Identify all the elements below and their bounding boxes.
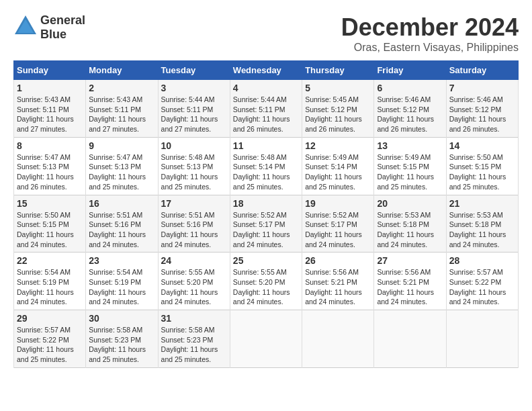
day-info: Sunrise: 5:43 AM Sunset: 5:11 PM Dayligh…: [89, 95, 154, 134]
calendar-cell: 7Sunrise: 5:46 AM Sunset: 5:12 PM Daylig…: [446, 80, 518, 138]
day-info: Sunrise: 5:52 AM Sunset: 5:17 PM Dayligh…: [305, 210, 371, 250]
calendar-week-4: 22Sunrise: 5:54 AM Sunset: 5:19 PM Dayli…: [14, 253, 519, 310]
day-number: 21: [449, 198, 515, 209]
day-info: Sunrise: 5:56 AM Sunset: 5:21 PM Dayligh…: [377, 267, 443, 307]
day-number: 19: [305, 198, 371, 209]
day-number: 13: [377, 140, 443, 151]
day-info: Sunrise: 5:48 AM Sunset: 5:14 PM Dayligh…: [233, 152, 299, 192]
calendar-cell: 23Sunrise: 5:54 AM Sunset: 5:19 PM Dayli…: [86, 253, 158, 310]
day-number: 29: [17, 313, 83, 324]
logo-line2: Blue: [40, 28, 85, 42]
day-info: Sunrise: 5:44 AM Sunset: 5:11 PM Dayligh…: [161, 95, 227, 134]
calendar-cell: 11Sunrise: 5:48 AM Sunset: 5:14 PM Dayli…: [230, 137, 302, 195]
calendar-cell: [374, 310, 446, 368]
month-title: December 2024: [341, 13, 519, 42]
calendar-cell: [446, 310, 518, 368]
day-info: Sunrise: 5:44 AM Sunset: 5:11 PM Dayligh…: [233, 95, 299, 134]
day-info: Sunrise: 5:51 AM Sunset: 5:16 PM Dayligh…: [89, 210, 154, 250]
day-info: Sunrise: 5:46 AM Sunset: 5:12 PM Dayligh…: [377, 95, 443, 134]
calendar-cell: 5Sunrise: 5:45 AM Sunset: 5:12 PM Daylig…: [302, 80, 374, 138]
logo-icon: [13, 14, 38, 38]
day-info: Sunrise: 5:49 AM Sunset: 5:14 PM Dayligh…: [305, 152, 371, 192]
logo-line1: General: [40, 13, 85, 28]
calendar-header-thursday: Thursday: [302, 61, 374, 80]
calendar-header-row: SundayMondayTuesdayWednesdayThursdayFrid…: [14, 61, 519, 80]
day-number: 20: [377, 198, 443, 209]
calendar-cell: 24Sunrise: 5:55 AM Sunset: 5:20 PM Dayli…: [158, 253, 230, 310]
calendar-cell: [230, 310, 302, 368]
calendar-cell: 19Sunrise: 5:52 AM Sunset: 5:17 PM Dayli…: [302, 195, 374, 253]
calendar-table: SundayMondayTuesdayWednesdayThursdayFrid…: [13, 60, 519, 368]
day-info: Sunrise: 5:51 AM Sunset: 5:16 PM Dayligh…: [161, 210, 227, 250]
day-number: 30: [89, 313, 154, 324]
day-number: 26: [305, 255, 371, 266]
calendar-cell: 9Sunrise: 5:47 AM Sunset: 5:13 PM Daylig…: [86, 137, 158, 195]
day-number: 24: [161, 255, 227, 266]
day-info: Sunrise: 5:55 AM Sunset: 5:20 PM Dayligh…: [233, 267, 299, 307]
calendar-week-2: 8Sunrise: 5:47 AM Sunset: 5:13 PM Daylig…: [14, 137, 519, 195]
day-info: Sunrise: 5:46 AM Sunset: 5:12 PM Dayligh…: [449, 95, 515, 134]
day-info: Sunrise: 5:45 AM Sunset: 5:12 PM Dayligh…: [305, 95, 371, 134]
calendar-cell: 27Sunrise: 5:56 AM Sunset: 5:21 PM Dayli…: [374, 253, 446, 310]
day-number: 15: [17, 198, 83, 209]
day-number: 12: [305, 140, 371, 151]
calendar-header-saturday: Saturday: [446, 61, 518, 80]
logo: General Blue: [13, 13, 85, 42]
day-number: 6: [377, 83, 443, 93]
calendar-cell: 14Sunrise: 5:50 AM Sunset: 5:15 PM Dayli…: [446, 137, 518, 195]
day-info: Sunrise: 5:52 AM Sunset: 5:17 PM Dayligh…: [233, 210, 299, 250]
day-number: 8: [17, 140, 83, 151]
calendar-cell: 6Sunrise: 5:46 AM Sunset: 5:12 PM Daylig…: [374, 80, 446, 138]
calendar-header-tuesday: Tuesday: [158, 61, 230, 80]
calendar-body: 1Sunrise: 5:43 AM Sunset: 5:11 PM Daylig…: [14, 80, 519, 368]
calendar-cell: [302, 310, 374, 368]
calendar-cell: 3Sunrise: 5:44 AM Sunset: 5:11 PM Daylig…: [158, 80, 230, 138]
day-info: Sunrise: 5:47 AM Sunset: 5:13 PM Dayligh…: [17, 152, 83, 192]
day-number: 17: [161, 198, 227, 209]
day-info: Sunrise: 5:48 AM Sunset: 5:13 PM Dayligh…: [161, 152, 227, 192]
calendar-cell: 22Sunrise: 5:54 AM Sunset: 5:19 PM Dayli…: [14, 253, 86, 310]
day-number: 1: [17, 83, 83, 93]
calendar-cell: 17Sunrise: 5:51 AM Sunset: 5:16 PM Dayli…: [158, 195, 230, 253]
calendar-cell: 1Sunrise: 5:43 AM Sunset: 5:11 PM Daylig…: [14, 80, 86, 138]
day-info: Sunrise: 5:54 AM Sunset: 5:19 PM Dayligh…: [17, 267, 83, 307]
day-number: 4: [233, 83, 299, 93]
day-number: 27: [377, 255, 443, 266]
day-info: Sunrise: 5:58 AM Sunset: 5:23 PM Dayligh…: [161, 325, 227, 365]
calendar-cell: 26Sunrise: 5:56 AM Sunset: 5:21 PM Dayli…: [302, 253, 374, 310]
day-info: Sunrise: 5:58 AM Sunset: 5:23 PM Dayligh…: [89, 325, 154, 365]
calendar-header-sunday: Sunday: [14, 61, 86, 80]
calendar-cell: 10Sunrise: 5:48 AM Sunset: 5:13 PM Dayli…: [158, 137, 230, 195]
calendar-cell: 4Sunrise: 5:44 AM Sunset: 5:11 PM Daylig…: [230, 80, 302, 138]
calendar-cell: 13Sunrise: 5:49 AM Sunset: 5:15 PM Dayli…: [374, 137, 446, 195]
day-number: 16: [89, 198, 154, 209]
day-info: Sunrise: 5:49 AM Sunset: 5:15 PM Dayligh…: [377, 152, 443, 192]
day-info: Sunrise: 5:55 AM Sunset: 5:20 PM Dayligh…: [161, 267, 227, 307]
calendar-cell: 8Sunrise: 5:47 AM Sunset: 5:13 PM Daylig…: [14, 137, 86, 195]
calendar-cell: 21Sunrise: 5:53 AM Sunset: 5:18 PM Dayli…: [446, 195, 518, 253]
day-number: 14: [449, 140, 515, 151]
calendar-cell: 28Sunrise: 5:57 AM Sunset: 5:22 PM Dayli…: [446, 253, 518, 310]
calendar-cell: 12Sunrise: 5:49 AM Sunset: 5:14 PM Dayli…: [302, 137, 374, 195]
day-number: 2: [89, 83, 154, 93]
calendar-cell: 2Sunrise: 5:43 AM Sunset: 5:11 PM Daylig…: [86, 80, 158, 138]
day-info: Sunrise: 5:53 AM Sunset: 5:18 PM Dayligh…: [377, 210, 443, 250]
calendar-header-wednesday: Wednesday: [230, 61, 302, 80]
day-info: Sunrise: 5:56 AM Sunset: 5:21 PM Dayligh…: [305, 267, 371, 307]
day-number: 31: [161, 313, 227, 324]
header: General Blue December 2024 Oras, Eastern…: [13, 13, 519, 54]
day-info: Sunrise: 5:47 AM Sunset: 5:13 PM Dayligh…: [89, 152, 154, 192]
day-number: 28: [449, 255, 515, 266]
day-info: Sunrise: 5:43 AM Sunset: 5:11 PM Dayligh…: [17, 95, 83, 134]
day-number: 5: [305, 83, 371, 93]
day-info: Sunrise: 5:50 AM Sunset: 5:15 PM Dayligh…: [17, 210, 83, 250]
calendar-week-3: 15Sunrise: 5:50 AM Sunset: 5:15 PM Dayli…: [14, 195, 519, 253]
calendar-header-friday: Friday: [374, 61, 446, 80]
calendar-cell: 30Sunrise: 5:58 AM Sunset: 5:23 PM Dayli…: [86, 310, 158, 368]
calendar-cell: 20Sunrise: 5:53 AM Sunset: 5:18 PM Dayli…: [374, 195, 446, 253]
day-info: Sunrise: 5:57 AM Sunset: 5:22 PM Dayligh…: [17, 325, 83, 365]
calendar-cell: 18Sunrise: 5:52 AM Sunset: 5:17 PM Dayli…: [230, 195, 302, 253]
day-number: 9: [89, 140, 154, 151]
day-number: 23: [89, 255, 154, 266]
calendar-cell: 31Sunrise: 5:58 AM Sunset: 5:23 PM Dayli…: [158, 310, 230, 368]
